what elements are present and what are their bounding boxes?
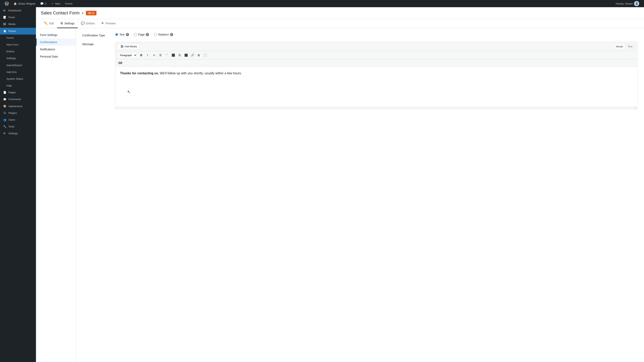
- align-right-button[interactable]: ⬛: [183, 52, 189, 58]
- radio-text-input[interactable]: [115, 33, 118, 36]
- forms-button[interactable]: Forms: [63, 0, 75, 7]
- sidebar-item-appearance[interactable]: 🎨 Appearance: [0, 103, 36, 110]
- text-tab[interactable]: Text: [625, 44, 635, 49]
- editor-content-bold: Thanks for contacting us.: [120, 72, 159, 75]
- sidebar-item-forms[interactable]: 📋 Forms: [0, 28, 36, 34]
- site-name-button[interactable]: 🏠 Stellar Widgets: [11, 0, 38, 7]
- sidebar-item-plugins[interactable]: 🔌 Plugins: [0, 110, 36, 116]
- sidebar-item-help[interactable]: Help: [0, 82, 36, 89]
- cursor-icon: ↖: [127, 89, 131, 95]
- tab-settings-label: Settings: [64, 22, 74, 25]
- add-media-icon: 🖼: [121, 45, 123, 48]
- sidebar-sub-label: Help: [6, 84, 12, 88]
- wp-logo-button[interactable]: [2, 0, 11, 7]
- sidebar-item-settings[interactable]: Settings: [0, 55, 36, 62]
- title-dropdown-button[interactable]: ▾: [82, 11, 84, 15]
- sidebar-item-import-export[interactable]: Import/Export: [0, 62, 36, 69]
- posts-icon: 📝: [3, 16, 7, 19]
- add-media-label: Add Media: [124, 45, 137, 48]
- preview-tab-icon: 👁: [101, 22, 104, 25]
- sidebar-item-pages[interactable]: 📄 Pages: [0, 89, 36, 96]
- unordered-list-button[interactable]: ≡: [151, 52, 157, 58]
- settings-sidebar: Form Settings Confirmations Notification…: [36, 28, 76, 362]
- radio-page-input[interactable]: [134, 33, 137, 36]
- confirmation-type-control: Text ? Page ? Redirect ?: [115, 33, 638, 36]
- tab-entries[interactable]: 💬 Entries: [78, 19, 98, 28]
- admin-bar: 🏠 Stellar Widgets 💬 0 ＋ New Forms Howdy,…: [0, 0, 644, 7]
- redirect-help-icon[interactable]: ?: [170, 33, 173, 36]
- settings-nav-personal-data[interactable]: Personal Data: [36, 53, 76, 60]
- page-help-icon[interactable]: ?: [146, 33, 149, 36]
- pages-icon: 📄: [3, 91, 7, 94]
- message-row: Message 🖼 Add Media Visual: [82, 42, 638, 109]
- radio-text-option[interactable]: Text ?: [115, 33, 129, 36]
- bold-button[interactable]: B: [138, 52, 144, 58]
- tab-preview[interactable]: 👁 Preview: [98, 19, 119, 28]
- radio-redirect-label: Redirect: [158, 33, 168, 36]
- fullscreen-button[interactable]: ⛶: [202, 52, 208, 58]
- settings-nav-confirmations[interactable]: Confirmations: [36, 38, 76, 46]
- tab-entries-label: Entries: [86, 22, 95, 25]
- entries-tab-icon: 💬: [81, 22, 85, 25]
- link-button[interactable]: 🔗: [189, 52, 195, 58]
- sidebar-item-dashboard[interactable]: ⊞ Dashboard: [0, 7, 36, 14]
- page-header: Sales Contact Form ▾ ID: 3: [36, 7, 644, 19]
- confirmation-type-label: Confirmation Type: [82, 33, 110, 37]
- sidebar-item-entries[interactable]: Entries: [0, 48, 36, 55]
- text-help-icon[interactable]: ?: [126, 33, 129, 36]
- sidebar-item-system-status[interactable]: System Status: [0, 76, 36, 82]
- radio-redirect-option[interactable]: Redirect ?: [154, 33, 173, 36]
- content-area: Sales Contact Form ▾ ID: 3 ✏️ Edit ⚙ Set…: [36, 7, 644, 362]
- sidebar-item-posts[interactable]: 📝 Posts: [0, 14, 36, 21]
- confirmation-type-row: Confirmation Type Text ? Page ?: [82, 33, 638, 37]
- sidebar-item-comments[interactable]: 💬 Comments: [0, 96, 36, 103]
- sidebar-item-label: Settings: [8, 132, 18, 135]
- italic-button[interactable]: I: [144, 52, 150, 58]
- radio-text-label: Text: [120, 33, 125, 36]
- tab-settings[interactable]: ⚙ Settings: [57, 19, 78, 28]
- sidebar-item-users[interactable]: 👥 Users: [0, 116, 36, 123]
- new-button[interactable]: ＋ New: [49, 0, 63, 7]
- sidebar-item-tools[interactable]: 🔧 Tools: [0, 123, 36, 130]
- ordered-list-button[interactable]: ☰: [158, 52, 164, 58]
- sidebar-item-settings-main[interactable]: ⚙ Settings: [0, 130, 36, 137]
- editor-toolbar-2: ⌨: [115, 59, 638, 67]
- add-media-button[interactable]: 🖼 Add Media: [118, 44, 140, 49]
- tab-edit[interactable]: ✏️ Edit: [41, 19, 57, 28]
- sidebar-item-media[interactable]: 🖼 Media: [0, 21, 36, 28]
- sidebar-item-forms-sub[interactable]: Forms: [0, 34, 36, 41]
- editor-body[interactable]: Thanks for contacting us. We'll follow u…: [115, 67, 638, 107]
- comments-button[interactable]: 💬 0: [38, 0, 48, 7]
- settings-layout: Form Settings Confirmations Notification…: [36, 28, 644, 362]
- tools-icon: 🔧: [3, 125, 7, 128]
- sidebar-item-label: Plugins: [8, 111, 17, 115]
- settings-icon: ⚙: [3, 132, 7, 135]
- align-center-button[interactable]: ☰: [176, 52, 182, 58]
- visual-tab[interactable]: Visual: [613, 44, 625, 49]
- editor-resize-handle[interactable]: ⤡: [115, 107, 638, 109]
- editor-content: Thanks for contacting us. We'll follow u…: [120, 71, 632, 76]
- dashboard-icon: ⊞: [3, 9, 7, 12]
- plugins-icon: 🔌: [3, 111, 7, 115]
- sidebar-sub-label: Import/Export: [6, 64, 22, 67]
- forms-icon: 📋: [3, 29, 7, 33]
- sidebar-item-add-ons[interactable]: Add-Ons: [0, 69, 36, 76]
- paragraph-format-select[interactable]: Paragraph Heading 1 Heading 2: [117, 52, 137, 58]
- text-tab-label: Text: [628, 45, 632, 48]
- settings-nav-form-settings[interactable]: Form Settings: [36, 31, 76, 38]
- keyboard-shortcut-button[interactable]: ⌨: [117, 60, 123, 66]
- settings-tab-icon: ⚙: [60, 22, 63, 25]
- settings-nav-notifications[interactable]: Notifications: [36, 46, 76, 53]
- media-icon: 🖼: [3, 22, 7, 26]
- editor-toolbar-1: Paragraph Heading 1 Heading 2 B I ≡ ☰ " …: [115, 51, 638, 59]
- sidebar-item-new-form[interactable]: New Form: [0, 41, 36, 48]
- blockquote-button[interactable]: ": [164, 52, 170, 58]
- id-badge: ID: 3: [86, 11, 96, 16]
- align-left-button[interactable]: ⬛: [170, 52, 176, 58]
- radio-redirect-input[interactable]: [154, 33, 157, 36]
- sidebar-item-label: Appearance: [8, 104, 22, 108]
- radio-page-option[interactable]: Page ?: [134, 33, 149, 36]
- howdy-button[interactable]: Howdy, Shawn 👤: [613, 0, 642, 7]
- insert-table-button[interactable]: ⊞: [196, 52, 202, 58]
- appearance-icon: 🎨: [3, 104, 7, 108]
